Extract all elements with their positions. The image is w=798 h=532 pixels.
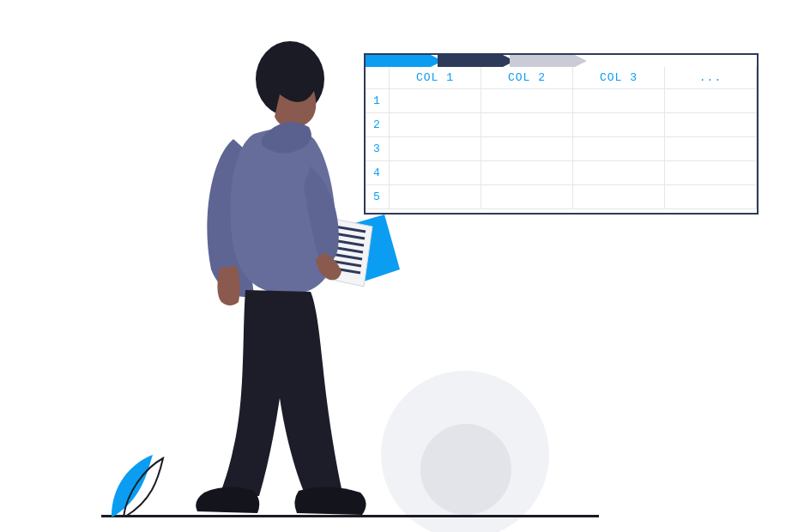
sheet-tab-2[interactable]: [438, 55, 503, 67]
col-header[interactable]: COL 2: [481, 67, 573, 89]
grid-cell[interactable]: [481, 185, 573, 209]
spreadsheet-panel: COL 1 COL 2 COL 3 ... 1 2 3 4: [364, 53, 759, 215]
spreadsheet-grid: COL 1 COL 2 COL 3 ... 1 2 3 4: [366, 67, 757, 209]
grid-cell[interactable]: [481, 113, 573, 137]
leaf-icon: [106, 451, 166, 518]
illustration-stage: COL 1 COL 2 COL 3 ... 1 2 3 4: [0, 0, 798, 532]
grid-cell[interactable]: [665, 137, 757, 161]
grid-cell[interactable]: [665, 161, 757, 185]
bg-circle-small: [420, 424, 511, 515]
grid-cell[interactable]: [573, 113, 665, 137]
col-header[interactable]: ...: [665, 67, 757, 89]
col-header[interactable]: COL 3: [573, 67, 665, 89]
grid-cell[interactable]: [573, 89, 665, 113]
person-illustration: [160, 38, 383, 517]
grid-cell[interactable]: [481, 137, 573, 161]
grid-cell[interactable]: [390, 89, 481, 113]
grid-cell[interactable]: [390, 185, 481, 209]
col-header[interactable]: COL 1: [390, 67, 481, 89]
grid-cell[interactable]: [665, 113, 757, 137]
grid-cell[interactable]: [481, 161, 573, 185]
grid-cell[interactable]: [665, 185, 757, 209]
sheet-tabs: [366, 55, 757, 67]
grid-cell[interactable]: [390, 137, 481, 161]
sheet-tab-3[interactable]: [510, 55, 575, 67]
grid-cell[interactable]: [573, 185, 665, 209]
grid-cell[interactable]: [573, 137, 665, 161]
grid-cell[interactable]: [665, 89, 757, 113]
grid-cell[interactable]: [390, 113, 481, 137]
grid-cell[interactable]: [573, 161, 665, 185]
grid-cell[interactable]: [481, 89, 573, 113]
grid-cell[interactable]: [390, 161, 481, 185]
